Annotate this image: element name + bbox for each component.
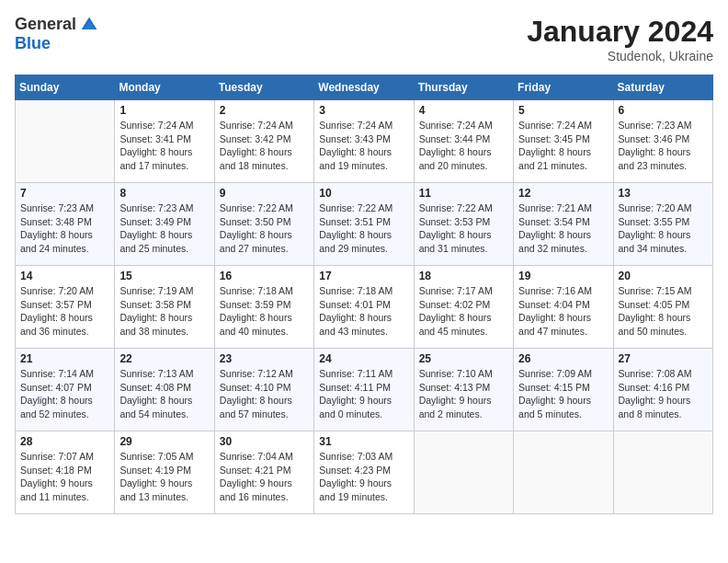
day-info: Sunrise: 7:24 AM Sunset: 3:45 PM Dayligh…	[518, 119, 608, 173]
day-info: Sunrise: 7:04 AM Sunset: 4:21 PM Dayligh…	[220, 450, 309, 504]
calendar-cell: 1Sunrise: 7:24 AM Sunset: 3:41 PM Daylig…	[115, 100, 214, 183]
calendar-cell	[613, 431, 712, 514]
day-info: Sunrise: 7:19 AM Sunset: 3:58 PM Dayligh…	[119, 284, 209, 339]
calendar-cell: 24Sunrise: 7:11 AM Sunset: 4:11 PM Dayli…	[314, 349, 414, 431]
calendar-cell: 29Sunrise: 7:05 AM Sunset: 4:19 PM Dayli…	[115, 431, 214, 514]
header-day-wednesday: Wednesday	[314, 75, 414, 100]
day-info: Sunrise: 7:08 AM Sunset: 4:16 PM Dayligh…	[619, 367, 708, 421]
month-title: January 2024	[527, 15, 713, 49]
calendar-cell: 7Sunrise: 7:23 AM Sunset: 3:48 PM Daylig…	[16, 183, 115, 266]
calendar-cell: 11Sunrise: 7:22 AM Sunset: 3:53 PM Dayli…	[414, 183, 513, 266]
calendar-cell: 15Sunrise: 7:19 AM Sunset: 3:58 PM Dayli…	[115, 266, 214, 349]
calendar-cell: 2Sunrise: 7:24 AM Sunset: 3:42 PM Daylig…	[214, 100, 313, 183]
day-number: 7	[20, 187, 109, 200]
day-info: Sunrise: 7:24 AM Sunset: 3:42 PM Dayligh…	[220, 119, 309, 173]
logo: General Blue	[15, 15, 98, 53]
day-info: Sunrise: 7:21 AM Sunset: 3:54 PM Dayligh…	[518, 201, 608, 256]
header-day-thursday: Thursday	[414, 75, 513, 100]
day-number: 6	[619, 104, 708, 117]
header-day-monday: Monday	[115, 75, 214, 100]
calendar-cell: 20Sunrise: 7:15 AM Sunset: 4:05 PM Dayli…	[613, 266, 712, 349]
day-info: Sunrise: 7:23 AM Sunset: 3:49 PM Dayligh…	[119, 201, 209, 256]
day-info: Sunrise: 7:03 AM Sunset: 4:23 PM Dayligh…	[319, 450, 408, 504]
calendar-cell: 4Sunrise: 7:24 AM Sunset: 3:44 PM Daylig…	[414, 100, 513, 183]
day-info: Sunrise: 7:22 AM Sunset: 3:53 PM Dayligh…	[419, 201, 508, 256]
calendar-cell: 6Sunrise: 7:23 AM Sunset: 3:46 PM Daylig…	[613, 100, 712, 183]
day-number: 23	[220, 352, 309, 365]
header-day-sunday: Sunday	[16, 75, 115, 100]
day-number: 5	[518, 104, 608, 117]
calendar-header-row: SundayMondayTuesdayWednesdayThursdayFrid…	[16, 75, 713, 100]
calendar-cell: 30Sunrise: 7:04 AM Sunset: 4:21 PM Dayli…	[214, 431, 313, 514]
calendar-table: SundayMondayTuesdayWednesdayThursdayFrid…	[15, 75, 713, 514]
day-info: Sunrise: 7:18 AM Sunset: 4:01 PM Dayligh…	[319, 284, 408, 339]
day-number: 24	[319, 352, 408, 365]
day-number: 13	[619, 187, 708, 200]
calendar-week-2: 7Sunrise: 7:23 AM Sunset: 3:48 PM Daylig…	[16, 183, 713, 266]
calendar-cell: 21Sunrise: 7:14 AM Sunset: 4:07 PM Dayli…	[16, 349, 115, 431]
calendar-cell: 25Sunrise: 7:10 AM Sunset: 4:13 PM Dayli…	[414, 349, 513, 431]
day-number: 28	[20, 435, 109, 448]
day-number: 20	[619, 270, 708, 282]
day-number: 4	[419, 104, 508, 117]
day-info: Sunrise: 7:09 AM Sunset: 4:15 PM Dayligh…	[518, 367, 608, 421]
day-info: Sunrise: 7:11 AM Sunset: 4:11 PM Dayligh…	[319, 367, 408, 421]
calendar-cell	[514, 431, 613, 514]
calendar-week-1: 1Sunrise: 7:24 AM Sunset: 3:41 PM Daylig…	[16, 100, 713, 183]
day-info: Sunrise: 7:23 AM Sunset: 3:46 PM Dayligh…	[619, 119, 708, 173]
day-number: 2	[220, 104, 309, 117]
day-info: Sunrise: 7:13 AM Sunset: 4:08 PM Dayligh…	[119, 367, 209, 421]
calendar-cell: 27Sunrise: 7:08 AM Sunset: 4:16 PM Dayli…	[613, 349, 712, 431]
calendar-cell: 17Sunrise: 7:18 AM Sunset: 4:01 PM Dayli…	[314, 266, 414, 349]
logo-icon	[80, 16, 98, 34]
day-info: Sunrise: 7:20 AM Sunset: 3:55 PM Dayligh…	[619, 201, 708, 256]
calendar-week-4: 21Sunrise: 7:14 AM Sunset: 4:07 PM Dayli…	[16, 349, 713, 431]
day-info: Sunrise: 7:24 AM Sunset: 3:41 PM Dayligh…	[119, 119, 209, 173]
day-number: 1	[119, 104, 209, 117]
day-info: Sunrise: 7:22 AM Sunset: 3:50 PM Dayligh…	[220, 201, 309, 256]
header-day-saturday: Saturday	[613, 75, 712, 100]
title-block: January 2024 Studenok, Ukraine	[527, 15, 713, 63]
calendar-cell: 26Sunrise: 7:09 AM Sunset: 4:15 PM Dayli…	[514, 349, 613, 431]
day-info: Sunrise: 7:24 AM Sunset: 3:43 PM Dayligh…	[319, 119, 408, 173]
logo-general-text: General	[15, 15, 76, 34]
header-day-friday: Friday	[514, 75, 613, 100]
day-info: Sunrise: 7:05 AM Sunset: 4:19 PM Dayligh…	[119, 450, 209, 504]
day-number: 19	[518, 270, 608, 282]
day-info: Sunrise: 7:17 AM Sunset: 4:02 PM Dayligh…	[419, 284, 508, 339]
day-number: 25	[419, 352, 508, 365]
day-number: 12	[518, 187, 608, 200]
calendar-cell: 18Sunrise: 7:17 AM Sunset: 4:02 PM Dayli…	[414, 266, 513, 349]
calendar-week-3: 14Sunrise: 7:20 AM Sunset: 3:57 PM Dayli…	[16, 266, 713, 349]
day-number: 8	[119, 187, 209, 200]
calendar-cell	[16, 100, 115, 183]
day-number: 9	[220, 187, 309, 200]
calendar-cell: 31Sunrise: 7:03 AM Sunset: 4:23 PM Dayli…	[314, 431, 414, 514]
calendar-cell: 9Sunrise: 7:22 AM Sunset: 3:50 PM Daylig…	[214, 183, 313, 266]
day-info: Sunrise: 7:12 AM Sunset: 4:10 PM Dayligh…	[220, 367, 309, 421]
day-number: 16	[220, 270, 309, 282]
day-number: 29	[119, 435, 209, 448]
day-info: Sunrise: 7:24 AM Sunset: 3:44 PM Dayligh…	[419, 119, 508, 173]
calendar-cell	[414, 431, 513, 514]
day-info: Sunrise: 7:20 AM Sunset: 3:57 PM Dayligh…	[20, 284, 109, 339]
calendar-cell: 23Sunrise: 7:12 AM Sunset: 4:10 PM Dayli…	[214, 349, 313, 431]
day-number: 15	[119, 270, 209, 282]
day-info: Sunrise: 7:10 AM Sunset: 4:13 PM Dayligh…	[419, 367, 508, 421]
calendar-cell: 8Sunrise: 7:23 AM Sunset: 3:49 PM Daylig…	[115, 183, 214, 266]
day-number: 30	[220, 435, 309, 448]
day-info: Sunrise: 7:23 AM Sunset: 3:48 PM Dayligh…	[20, 201, 109, 256]
calendar-cell: 13Sunrise: 7:20 AM Sunset: 3:55 PM Dayli…	[613, 183, 712, 266]
calendar-cell: 19Sunrise: 7:16 AM Sunset: 4:04 PM Dayli…	[514, 266, 613, 349]
calendar-cell: 14Sunrise: 7:20 AM Sunset: 3:57 PM Dayli…	[16, 266, 115, 349]
day-number: 3	[319, 104, 408, 117]
day-number: 26	[518, 352, 608, 365]
day-number: 22	[119, 352, 209, 365]
day-info: Sunrise: 7:16 AM Sunset: 4:04 PM Dayligh…	[518, 284, 608, 339]
header-day-tuesday: Tuesday	[214, 75, 313, 100]
day-number: 27	[619, 352, 708, 365]
day-number: 31	[319, 435, 408, 448]
calendar-cell: 12Sunrise: 7:21 AM Sunset: 3:54 PM Dayli…	[514, 183, 613, 266]
day-number: 11	[419, 187, 508, 200]
calendar-cell: 16Sunrise: 7:18 AM Sunset: 3:59 PM Dayli…	[214, 266, 313, 349]
